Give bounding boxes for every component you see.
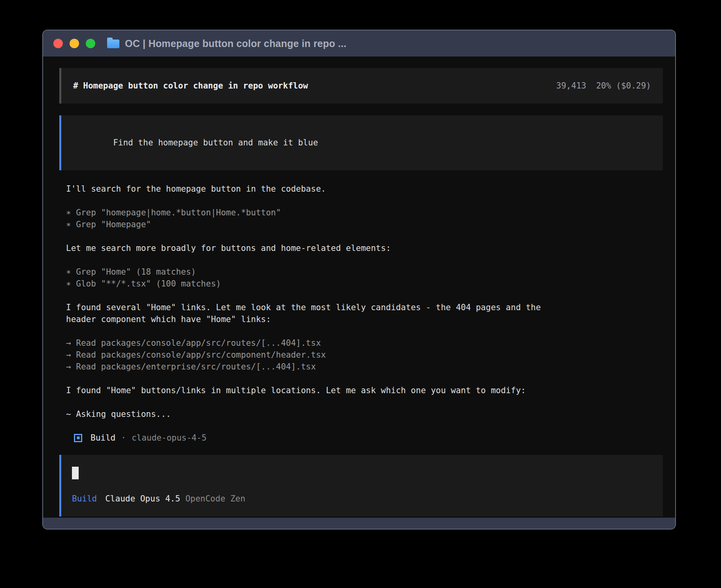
assistant-paragraph: I'll search for the homepage button in t… [66,183,663,195]
agent-build-icon [74,434,82,442]
folder-icon [107,40,119,48]
window-bottom-strip [43,518,675,529]
close-button[interactable] [53,39,63,48]
zoom-button[interactable] [86,39,95,48]
user-message: Find the homepage button and make it blu… [59,115,663,170]
assistant-paragraph: I found "Home" buttons/links in multiple… [66,384,663,396]
assistant-text-line: I found "Home" buttons/links in multiple… [66,384,663,396]
file-read-group: → Read packages/console/app/src/routes/[… [66,337,663,373]
assistant-transcript: I'll search for the homepage button in t… [59,183,663,420]
tool-call-line: ∗ Grep "Home" (18 matches) [66,266,663,278]
tool-call-line: ∗ Grep "Homepage" [66,219,663,230]
session-header: # Homepage button color change in repo w… [59,68,663,104]
tool-call-line: ∗ Glob "**/*.tsx" (100 matches) [66,278,663,290]
assistant-paragraph: I found several "Home" links. Let me loo… [66,302,663,325]
desktop: OC | Homepage button color change in rep… [0,0,721,588]
text-cursor [72,467,79,479]
agent-status-line: Build · claude-opus-4-5 [59,432,663,444]
assistant-text-line: I'll search for the homepage button in t… [66,183,663,195]
window-controls [53,39,95,48]
agent-separator: · [121,432,126,444]
token-count: 39,413 [556,80,586,92]
terminal-content: # Homepage button color change in repo w… [43,57,675,518]
active-agent-label: Build [72,493,97,505]
agent-name: Build [91,432,115,444]
session-stats: 39,413 20% ($0.29) [556,80,651,92]
window-title: OC | Homepage button color change in rep… [125,38,346,49]
minimize-button[interactable] [70,39,79,48]
tool-call-group: ∗ Grep "Home" (18 matches) ∗ Glob "**/*.… [66,266,663,290]
user-message-text: Find the homepage button and make it blu… [113,138,318,147]
session-title: # Homepage button color change in repo w… [73,80,308,92]
agent-model: claude-opus-4-5 [132,432,207,444]
tool-call-group: ∗ Grep "homepage|home.*button|Home.*butt… [66,207,663,230]
terminal-window: OC | Homepage button color change in rep… [42,30,676,530]
file-read-line: → Read packages/enterprise/src/routes/[.… [66,361,663,373]
active-model-label: Claude Opus 4.5 [105,493,180,505]
window-titlebar[interactable]: OC | Homepage button color change in rep… [43,30,675,57]
assistant-paragraph: Let me search more broadly for buttons a… [66,242,663,254]
working-status: ~ Asking questions... [66,408,663,420]
file-read-line: → Read packages/console/app/src/routes/[… [66,337,663,349]
file-read-line: → Read packages/console/app/src/componen… [66,349,663,361]
context-usage-cost: 20% ($0.29) [596,80,651,92]
assistant-text-line: header component which have "Home" links… [66,313,663,325]
working-status-line: ~ Asking questions... [66,408,663,420]
assistant-text-line: I found several "Home" links. Let me loo… [66,302,663,313]
tool-call-line: ∗ Grep "homepage|home.*button|Home.*butt… [66,207,663,219]
assistant-text-line: Let me search more broadly for buttons a… [66,242,663,254]
input-status-bar: Build Claude Opus 4.5 OpenCode Zen [72,493,651,505]
prompt-input[interactable]: Build Claude Opus 4.5 OpenCode Zen [59,455,663,516]
provider-label: OpenCode Zen [185,493,245,505]
